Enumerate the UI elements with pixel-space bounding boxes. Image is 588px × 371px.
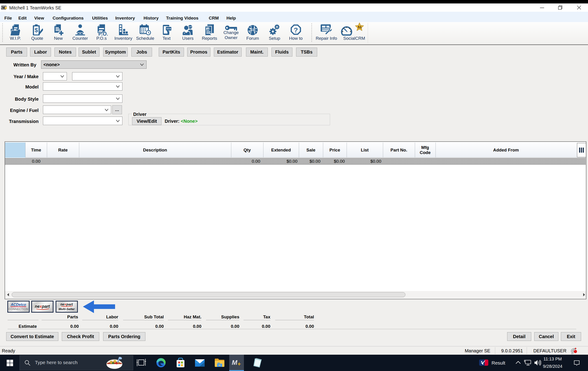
svg-text:51: 51	[358, 25, 362, 29]
svg-text:ACDelco: ACDelco	[10, 303, 26, 307]
svg-text:+: +	[238, 361, 241, 367]
svg-text:$: $	[35, 27, 38, 33]
svg-text:nexpart: nexpart	[60, 302, 73, 306]
svg-text:CONNECTION: CONNECTION	[9, 307, 28, 311]
svg-text:P.O.: P.O.	[98, 31, 108, 36]
svg-text:M: M	[232, 359, 238, 366]
svg-text:?: ?	[294, 26, 298, 34]
svg-text:Multi-Seller: Multi-Seller	[59, 307, 75, 311]
svg-text:nexpart: nexpart	[35, 304, 50, 309]
